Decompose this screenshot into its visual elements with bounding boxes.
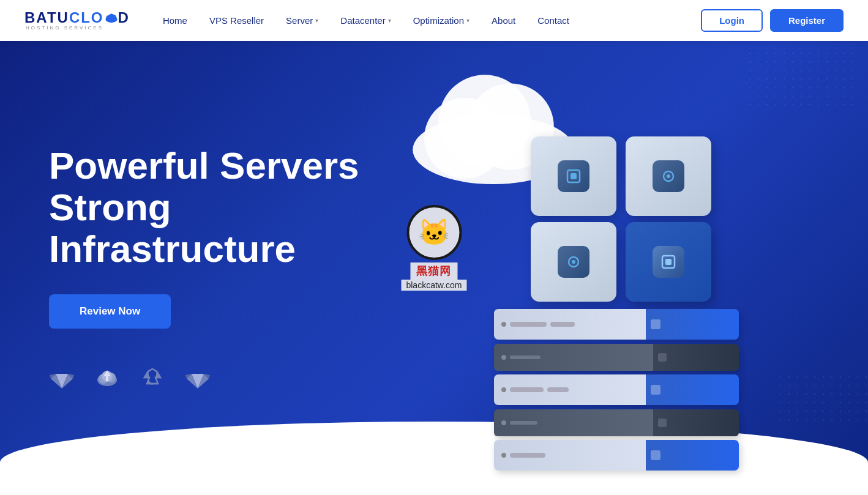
hero-visual xyxy=(365,41,868,495)
nav-links: Home VPS Reseller Server ▾ Datacenter ▾ … xyxy=(154,10,701,31)
nav-contact[interactable]: Contact xyxy=(529,10,578,31)
server-unit-2 xyxy=(494,344,739,371)
server-block-2 xyxy=(626,136,711,216)
svg-point-22 xyxy=(572,260,575,264)
server-block-4 xyxy=(626,222,711,302)
server-unit-3 xyxy=(494,374,739,405)
navbar: BATU CLO D HOSTING SERVICES Home VPS Res… xyxy=(0,0,868,41)
svg-rect-9 xyxy=(106,376,108,381)
nav-home[interactable]: Home xyxy=(154,10,196,31)
logo[interactable]: BATU CLO D HOSTING SERVICES xyxy=(24,10,130,31)
svg-point-3 xyxy=(108,13,114,19)
server-block-3 xyxy=(531,222,616,302)
hero-title: Powerful Servers Strong Infrastructure xyxy=(49,145,380,270)
partner-icons-row xyxy=(49,365,380,391)
nav-vps-reseller[interactable]: VPS Reseller xyxy=(201,10,272,31)
logo-subtitle: HOSTING SERVICES xyxy=(24,26,130,31)
logo-ud-text: D xyxy=(118,10,130,25)
server-rack-illustration xyxy=(470,112,763,442)
svg-point-20 xyxy=(667,174,670,178)
hero-title-line2: Strong Infrastructure xyxy=(49,186,296,270)
hero-section: Powerful Servers Strong Infrastructure R… xyxy=(0,0,868,495)
server-units-stack xyxy=(494,309,739,471)
partner-icon-2 xyxy=(94,365,120,391)
register-button[interactable]: Register xyxy=(770,9,844,32)
server-unit-5 xyxy=(494,440,739,471)
logo-cloud-icon xyxy=(105,12,118,23)
svg-rect-24 xyxy=(665,259,672,265)
hero-title-line1: Powerful Servers xyxy=(49,144,359,187)
partner-icon-4 xyxy=(185,365,211,391)
nav-server[interactable]: Server ▾ xyxy=(277,10,327,31)
login-button[interactable]: Login xyxy=(701,9,763,32)
nav-actions: Login Register xyxy=(701,9,844,32)
partner-icon-1 xyxy=(49,365,75,391)
server-unit-4 xyxy=(494,409,739,436)
logo-batu: BATU xyxy=(24,10,69,25)
partner-icon-3 xyxy=(140,365,165,391)
review-now-button[interactable]: Review Now xyxy=(49,294,171,329)
server-blocks-grid xyxy=(531,136,714,302)
nav-about[interactable]: About xyxy=(483,10,524,31)
svg-rect-18 xyxy=(571,173,577,179)
server-block-1 xyxy=(531,136,616,216)
nav-datacenter[interactable]: Datacenter ▾ xyxy=(332,10,399,31)
logo-cloud-text: CLO xyxy=(69,10,104,25)
server-unit-1 xyxy=(494,309,739,340)
nav-optimization[interactable]: Optimization ▾ xyxy=(405,10,478,31)
